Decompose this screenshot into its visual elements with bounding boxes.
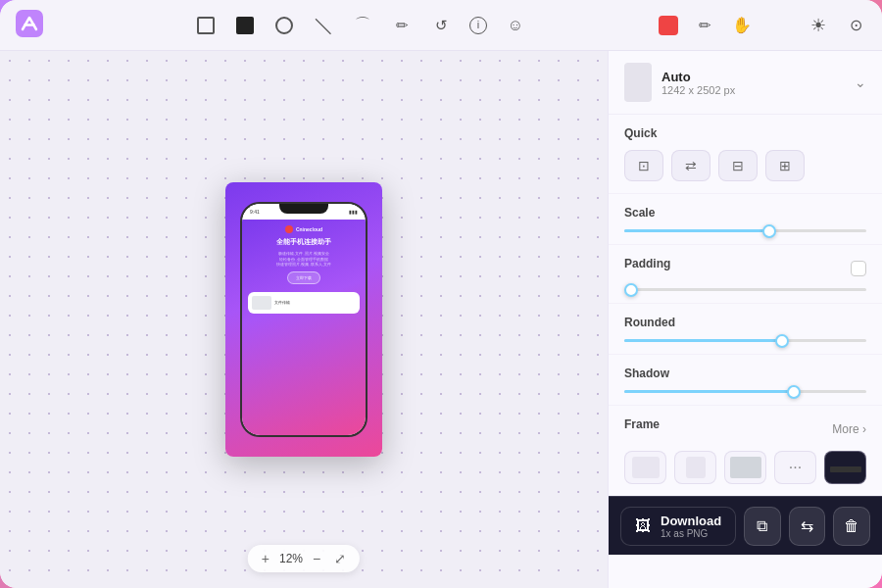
- frame-option-dark[interactable]: [824, 451, 866, 484]
- frame-section: Frame More › ···: [609, 406, 882, 496]
- pencil-tool[interactable]: ✏: [391, 15, 413, 36]
- settings-icon[interactable]: ⊙: [845, 15, 866, 36]
- device-info: Auto 1242 x 2502 px: [662, 70, 845, 96]
- quick-buttons: ⊡ ⇄ ⊟ ⊞: [624, 150, 866, 181]
- scale-slider-row: [624, 229, 866, 232]
- scale-slider-track[interactable]: [624, 229, 866, 232]
- right-panel: Auto 1242 x 2502 px ⌄ Quick ⊡ ⇄ ⊟ ⊞ Scal…: [608, 51, 882, 588]
- zoom-in-button[interactable]: +: [262, 551, 270, 566]
- frame-options: ···: [624, 451, 866, 484]
- zoom-level: 12%: [279, 552, 303, 565]
- padding-slider-row: [624, 288, 866, 291]
- frame-label: Frame: [624, 417, 660, 431]
- quick-label: Quick: [624, 126, 866, 140]
- main-area: 9:41 ▮▮▮ Cninecloud 全能手机连接助手 极速传: [0, 51, 882, 588]
- frame-option-1[interactable]: [624, 451, 666, 484]
- brightness-icon[interactable]: ☀: [808, 15, 829, 36]
- shadow-section: Shadow: [609, 355, 882, 406]
- emoji-tool[interactable]: ☺: [505, 15, 526, 36]
- grid-button[interactable]: ⊞: [765, 150, 805, 181]
- frame-option-2[interactable]: [674, 451, 716, 484]
- canvas[interactable]: 9:41 ▮▮▮ Cninecloud 全能手机连接助手 极速传: [0, 51, 608, 588]
- edit-icon[interactable]: ✏: [694, 15, 715, 36]
- tool-group: │ ⌒ ✏ ↺ i ☺: [63, 15, 659, 36]
- align-button[interactable]: ⊟: [718, 150, 758, 181]
- zoom-out-button[interactable]: −: [313, 551, 320, 566]
- download-sub: 1x as PNG: [661, 528, 721, 539]
- frame-option-dots[interactable]: ···: [774, 451, 816, 484]
- circle-tool[interactable]: [273, 15, 295, 36]
- copy-button[interactable]: ⧉: [744, 507, 781, 546]
- pen-tool[interactable]: ⌒: [352, 15, 373, 36]
- filled-square-tool[interactable]: [234, 15, 256, 36]
- rectangle-tool[interactable]: [195, 15, 217, 36]
- padding-section: Padding: [609, 245, 882, 304]
- scale-section: Scale: [609, 194, 882, 245]
- loop-tool[interactable]: ↺: [430, 15, 452, 36]
- zoom-controls: + 12% − ⤢: [248, 545, 360, 572]
- rounded-label: Rounded: [624, 316, 866, 329]
- rounded-slider-track[interactable]: [624, 339, 866, 342]
- device-size: 1242 x 2502 px: [662, 84, 845, 96]
- device-preview-thumb: [624, 63, 652, 102]
- crop-button[interactable]: ⊡: [624, 150, 663, 181]
- chevron-down-icon: ⌄: [855, 74, 866, 90]
- svg-rect-0: [16, 10, 43, 37]
- padding-label: Padding: [624, 257, 670, 270]
- shadow-label: Shadow: [624, 367, 866, 380]
- color-picker[interactable]: [659, 16, 678, 35]
- frame-option-3[interactable]: [724, 451, 766, 484]
- scale-label: Scale: [624, 206, 866, 220]
- device-selector[interactable]: Auto 1242 x 2502 px ⌄: [609, 51, 882, 115]
- download-icon: 🖼: [635, 517, 651, 535]
- hand-icon[interactable]: ✋: [731, 15, 753, 36]
- share-button[interactable]: ⇆: [789, 507, 826, 546]
- padding-slider-track[interactable]: [624, 288, 866, 291]
- trash-icon: 🗑: [844, 517, 859, 535]
- flip-h-button[interactable]: ⇄: [671, 150, 710, 181]
- share-icon: ⇆: [801, 516, 813, 535]
- shadow-slider-track[interactable]: [624, 390, 866, 393]
- phone-mockup: 9:41 ▮▮▮ Cninecloud 全能手机连接助手 极速传: [240, 202, 368, 437]
- frame-more-button[interactable]: More ›: [832, 422, 866, 436]
- download-button[interactable]: 🖼 Download 1x as PNG: [620, 507, 736, 546]
- line-tool[interactable]: │: [308, 10, 338, 40]
- copy-icon: ⧉: [757, 517, 767, 535]
- download-text: Download 1x as PNG: [661, 514, 721, 539]
- expand-button[interactable]: ⤢: [334, 551, 346, 566]
- toolbar-right: ✏ ✋ ☀ ⊙: [659, 15, 866, 36]
- quick-section: Quick ⊡ ⇄ ⊟ ⊞: [609, 115, 882, 194]
- delete-button[interactable]: 🗑: [833, 507, 870, 546]
- rounded-section: Rounded: [609, 304, 882, 355]
- frame-header: Frame More ›: [624, 417, 866, 441]
- toolbar: │ ⌒ ✏ ↺ i ☺ ✏ ✋ ☀ ⊙: [0, 0, 882, 51]
- shadow-slider-row: [624, 390, 866, 393]
- padding-checkbox[interactable]: [851, 261, 866, 276]
- mockup-frame: 9:41 ▮▮▮ Cninecloud 全能手机连接助手 极速传: [225, 182, 382, 457]
- download-label: Download: [661, 514, 721, 528]
- device-name: Auto: [662, 70, 845, 84]
- info-tool[interactable]: i: [469, 17, 487, 34]
- app-logo[interactable]: [16, 10, 43, 41]
- download-bar: 🖼 Download 1x as PNG ⧉ ⇆ 🗑: [609, 496, 882, 555]
- rounded-slider-row: [624, 339, 866, 342]
